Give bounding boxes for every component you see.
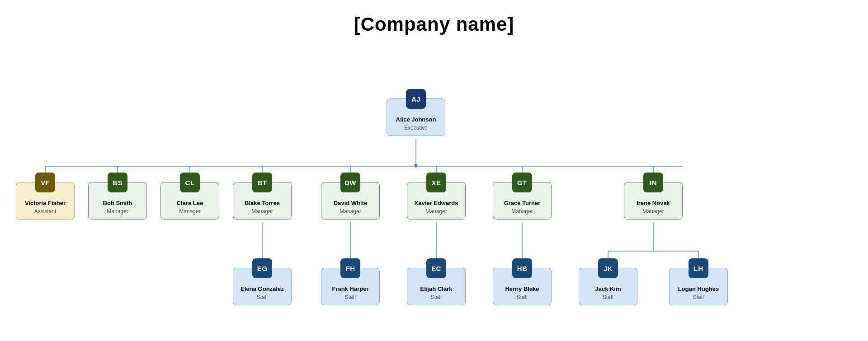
avatar-irene-novak: IN [643,173,663,192]
role-irene-novak: Manager [630,208,677,215]
name-elijah-clark: Elijah Clark [413,285,460,293]
role-blake-torres: Manager [239,208,286,215]
node-logan-hughes[interactable]: LH Logan Hughes Staff [669,268,728,305]
role-henry-blake: Staff [499,294,546,300]
role-elena-gonzalez: Staff [239,294,286,300]
avatar-frank-harper: FH [340,258,360,278]
avatar-grace-turner: GT [512,173,532,192]
node-irene-novak[interactable]: IN Irene Novak Manager [624,182,683,220]
node-alice-johnson[interactable]: AJ Alice Johnson Executive [387,98,445,136]
node-victoria-fisher[interactable]: VF Victoria Fisher Assistant [16,182,75,220]
name-xavier-edwards: Xavier Edwards [413,200,460,207]
node-clara-lee[interactable]: CL Clara Lee Manager [160,182,219,220]
node-bob-smith[interactable]: BS Bob Smith Manager [88,182,147,220]
node-elijah-clark[interactable]: EC Elijah Clark Staff [407,268,466,305]
role-bob-smith: Manager [94,208,141,215]
role-xavier-edwards: Manager [413,208,460,215]
role-alice-johnson: Executive [392,125,439,131]
node-david-white[interactable]: DW David White Manager [321,182,380,220]
name-elena-gonzalez: Elena Gonzalez [239,285,286,293]
org-chart: AJ Alice Johnson Executive VF Victoria F… [0,44,868,341]
avatar-clara-lee: CL [180,173,200,192]
avatar-logan-hughes: LH [689,258,708,278]
name-grace-turner: Grace Turner [499,200,546,207]
role-jack-kim: Staff [585,294,632,300]
avatar-xavier-edwards: XE [426,173,446,192]
avatar-david-white: DW [340,173,360,192]
node-henry-blake[interactable]: HB Henry Blake Staff [493,268,552,305]
name-jack-kim: Jack Kim [585,285,632,293]
name-henry-blake: Henry Blake [499,285,546,293]
node-frank-harper[interactable]: FH Frank Harper Staff [321,268,380,305]
role-grace-turner: Manager [499,208,546,215]
node-jack-kim[interactable]: JK Jack Kim Staff [579,268,637,305]
name-logan-hughes: Logan Hughes [675,285,722,293]
name-alice-johnson: Alice Johnson [392,116,439,124]
name-blake-torres: Blake Torres [239,200,286,207]
role-david-white: Manager [327,208,374,215]
node-blake-torres[interactable]: BT Blake Torres Manager [233,182,292,220]
node-xavier-edwards[interactable]: XE Xavier Edwards Manager [407,182,466,220]
avatar-victoria-fisher: VF [35,173,55,192]
avatar-jack-kim: JK [598,258,618,278]
node-grace-turner[interactable]: GT Grace Turner Manager [493,182,552,220]
name-frank-harper: Frank Harper [327,285,374,293]
avatar-blake-torres: BT [252,173,272,192]
name-bob-smith: Bob Smith [94,200,141,207]
role-frank-harper: Staff [327,294,374,300]
avatar-henry-blake: HB [512,258,532,278]
role-clara-lee: Manager [166,208,213,215]
avatar-elena-gonzalez: EG [252,258,272,278]
avatar-alice-johnson: AJ [406,89,426,109]
name-david-white: David White [327,200,374,207]
role-logan-hughes: Staff [675,294,722,300]
avatar-elijah-clark: EC [426,258,446,278]
name-victoria-fisher: Victoria Fisher [22,200,69,207]
name-clara-lee: Clara Lee [166,200,213,207]
node-elena-gonzalez[interactable]: EG Elena Gonzalez Staff [233,268,292,305]
role-victoria-fisher: Assistant [22,208,69,215]
name-irene-novak: Irene Novak [630,200,677,207]
avatar-bob-smith: BS [108,173,127,192]
role-elijah-clark: Staff [413,294,460,300]
page-title: [Company name] [0,0,868,44]
